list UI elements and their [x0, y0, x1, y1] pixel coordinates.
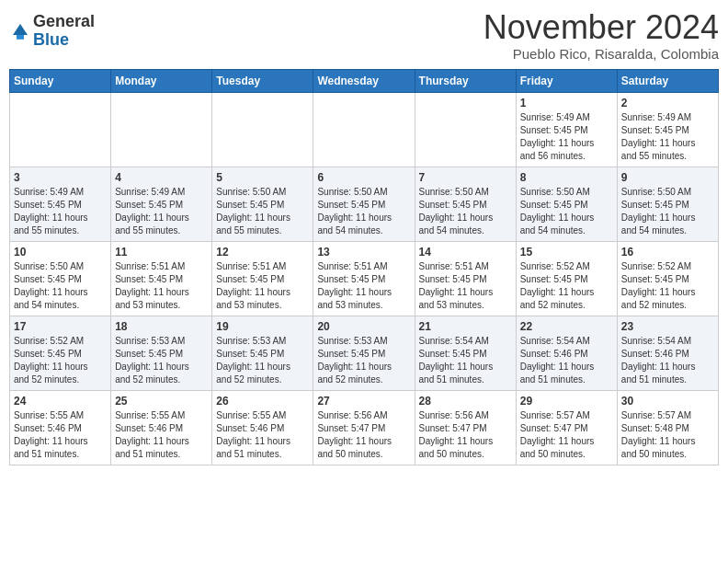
calendar-cell: 19Sunrise: 5:53 AM Sunset: 5:45 PM Dayli…: [212, 316, 313, 390]
calendar-cell: 5Sunrise: 5:50 AM Sunset: 5:45 PM Daylig…: [212, 167, 313, 241]
day-info: Sunrise: 5:51 AM Sunset: 5:45 PM Dayligh…: [419, 260, 512, 312]
day-info: Sunrise: 5:50 AM Sunset: 5:45 PM Dayligh…: [14, 260, 107, 312]
page-header: General Blue November 2024 Pueblo Rico, …: [9, 9, 719, 62]
logo-general-text: General: [33, 13, 95, 31]
calendar-cell: 25Sunrise: 5:55 AM Sunset: 5:46 PM Dayli…: [111, 390, 212, 465]
day-number: 4: [115, 171, 208, 184]
day-number: 8: [520, 171, 613, 184]
weekday-header: Friday: [516, 69, 617, 92]
calendar-cell: 18Sunrise: 5:53 AM Sunset: 5:45 PM Dayli…: [111, 316, 212, 390]
calendar-cell: 8Sunrise: 5:50 AM Sunset: 5:45 PM Daylig…: [516, 167, 617, 241]
title-section: November 2024 Pueblo Rico, Risaralda, Co…: [483, 9, 719, 62]
day-info: Sunrise: 5:57 AM Sunset: 5:47 PM Dayligh…: [520, 409, 613, 461]
day-number: 3: [14, 171, 107, 184]
calendar-cell: 28Sunrise: 5:56 AM Sunset: 5:47 PM Dayli…: [415, 390, 516, 465]
calendar-cell: [415, 92, 516, 167]
day-info: Sunrise: 5:56 AM Sunset: 5:47 PM Dayligh…: [317, 409, 410, 461]
calendar-table: SundayMondayTuesdayWednesdayThursdayFrid…: [9, 69, 719, 465]
day-info: Sunrise: 5:53 AM Sunset: 5:45 PM Dayligh…: [317, 335, 410, 386]
day-number: 22: [520, 320, 613, 333]
calendar-cell: 20Sunrise: 5:53 AM Sunset: 5:45 PM Dayli…: [313, 316, 415, 390]
calendar-cell: 24Sunrise: 5:55 AM Sunset: 5:46 PM Dayli…: [10, 390, 111, 465]
calendar-cell: 15Sunrise: 5:52 AM Sunset: 5:45 PM Dayli…: [516, 241, 617, 316]
calendar-cell: [111, 92, 212, 167]
day-number: 21: [419, 320, 512, 333]
weekday-header: Sunday: [10, 69, 111, 92]
day-info: Sunrise: 5:50 AM Sunset: 5:45 PM Dayligh…: [419, 186, 512, 237]
calendar-cell: 17Sunrise: 5:52 AM Sunset: 5:45 PM Dayli…: [10, 316, 111, 390]
day-number: 6: [317, 171, 410, 184]
logo-text: General Blue: [33, 13, 95, 50]
day-number: 1: [520, 97, 613, 109]
month-title: November 2024: [483, 9, 719, 46]
calendar-cell: 29Sunrise: 5:57 AM Sunset: 5:47 PM Dayli…: [516, 390, 617, 465]
calendar-cell: 21Sunrise: 5:54 AM Sunset: 5:45 PM Dayli…: [415, 316, 516, 390]
weekday-header: Monday: [111, 69, 212, 92]
day-info: Sunrise: 5:55 AM Sunset: 5:46 PM Dayligh…: [216, 409, 309, 461]
day-info: Sunrise: 5:52 AM Sunset: 5:45 PM Dayligh…: [621, 260, 714, 312]
weekday-header: Thursday: [415, 69, 516, 92]
day-number: 10: [14, 246, 107, 259]
day-info: Sunrise: 5:54 AM Sunset: 5:45 PM Dayligh…: [419, 335, 512, 386]
day-info: Sunrise: 5:52 AM Sunset: 5:45 PM Dayligh…: [14, 335, 107, 386]
day-info: Sunrise: 5:53 AM Sunset: 5:45 PM Dayligh…: [115, 335, 208, 386]
day-number: 14: [419, 246, 512, 259]
day-number: 28: [419, 395, 512, 408]
calendar-cell: 6Sunrise: 5:50 AM Sunset: 5:45 PM Daylig…: [313, 167, 415, 241]
day-info: Sunrise: 5:51 AM Sunset: 5:45 PM Dayligh…: [115, 260, 208, 312]
logo-blue-text: Blue: [33, 31, 95, 50]
calendar-cell: 13Sunrise: 5:51 AM Sunset: 5:45 PM Dayli…: [313, 241, 415, 316]
calendar-cell: 4Sunrise: 5:49 AM Sunset: 5:45 PM Daylig…: [111, 167, 212, 241]
day-number: 5: [216, 171, 309, 184]
day-number: 18: [115, 320, 208, 333]
day-info: Sunrise: 5:54 AM Sunset: 5:46 PM Dayligh…: [621, 335, 714, 386]
calendar-cell: 11Sunrise: 5:51 AM Sunset: 5:45 PM Dayli…: [111, 241, 212, 316]
calendar-cell: [313, 92, 415, 167]
day-number: 2: [621, 97, 714, 109]
calendar-cell: 7Sunrise: 5:50 AM Sunset: 5:45 PM Daylig…: [415, 167, 516, 241]
svg-marker-1: [17, 35, 24, 40]
calendar-cell: 16Sunrise: 5:52 AM Sunset: 5:45 PM Dayli…: [617, 241, 718, 316]
day-info: Sunrise: 5:54 AM Sunset: 5:46 PM Dayligh…: [520, 335, 613, 386]
day-info: Sunrise: 5:53 AM Sunset: 5:45 PM Dayligh…: [216, 335, 309, 386]
calendar-week-row: 10Sunrise: 5:50 AM Sunset: 5:45 PM Dayli…: [10, 241, 719, 316]
day-info: Sunrise: 5:49 AM Sunset: 5:45 PM Dayligh…: [520, 111, 613, 163]
day-number: 17: [14, 320, 107, 333]
svg-marker-0: [13, 24, 28, 35]
calendar-cell: 12Sunrise: 5:51 AM Sunset: 5:45 PM Dayli…: [212, 241, 313, 316]
day-info: Sunrise: 5:56 AM Sunset: 5:47 PM Dayligh…: [419, 409, 512, 461]
weekday-header: Saturday: [617, 69, 718, 92]
day-info: Sunrise: 5:50 AM Sunset: 5:45 PM Dayligh…: [317, 186, 410, 237]
calendar-week-row: 3Sunrise: 5:49 AM Sunset: 5:45 PM Daylig…: [10, 167, 719, 241]
calendar-cell: 22Sunrise: 5:54 AM Sunset: 5:46 PM Dayli…: [516, 316, 617, 390]
day-number: 29: [520, 395, 613, 408]
calendar-cell: 14Sunrise: 5:51 AM Sunset: 5:45 PM Dayli…: [415, 241, 516, 316]
day-info: Sunrise: 5:49 AM Sunset: 5:45 PM Dayligh…: [115, 186, 208, 237]
calendar-cell: 27Sunrise: 5:56 AM Sunset: 5:47 PM Dayli…: [313, 390, 415, 465]
weekday-header: Tuesday: [212, 69, 313, 92]
day-number: 11: [115, 246, 208, 259]
calendar-week-row: 17Sunrise: 5:52 AM Sunset: 5:45 PM Dayli…: [10, 316, 719, 390]
weekday-header: Wednesday: [313, 69, 415, 92]
calendar-cell: 23Sunrise: 5:54 AM Sunset: 5:46 PM Dayli…: [617, 316, 718, 390]
calendar-cell: 3Sunrise: 5:49 AM Sunset: 5:45 PM Daylig…: [10, 167, 111, 241]
day-info: Sunrise: 5:51 AM Sunset: 5:45 PM Dayligh…: [216, 260, 309, 312]
day-info: Sunrise: 5:55 AM Sunset: 5:46 PM Dayligh…: [115, 409, 208, 461]
day-info: Sunrise: 5:50 AM Sunset: 5:45 PM Dayligh…: [216, 186, 309, 237]
day-number: 23: [621, 320, 714, 333]
calendar-cell: 2Sunrise: 5:49 AM Sunset: 5:45 PM Daylig…: [617, 92, 718, 167]
weekday-header-row: SundayMondayTuesdayWednesdayThursdayFrid…: [10, 69, 719, 92]
day-info: Sunrise: 5:57 AM Sunset: 5:48 PM Dayligh…: [621, 409, 714, 461]
day-info: Sunrise: 5:55 AM Sunset: 5:46 PM Dayligh…: [14, 409, 107, 461]
day-number: 24: [14, 395, 107, 408]
day-number: 26: [216, 395, 309, 408]
day-info: Sunrise: 5:50 AM Sunset: 5:45 PM Dayligh…: [520, 186, 613, 237]
calendar-cell: [212, 92, 313, 167]
day-info: Sunrise: 5:52 AM Sunset: 5:45 PM Dayligh…: [520, 260, 613, 312]
day-number: 16: [621, 246, 714, 259]
calendar-cell: [10, 92, 111, 167]
calendar-cell: 1Sunrise: 5:49 AM Sunset: 5:45 PM Daylig…: [516, 92, 617, 167]
day-number: 20: [317, 320, 410, 333]
logo-icon: [9, 20, 31, 42]
calendar-week-row: 1Sunrise: 5:49 AM Sunset: 5:45 PM Daylig…: [10, 92, 719, 167]
